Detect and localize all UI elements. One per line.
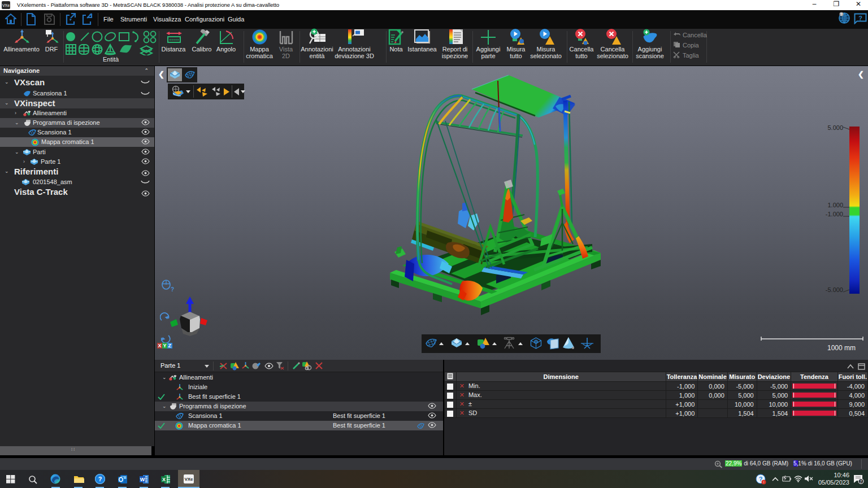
svg-text:?: ? (98, 476, 102, 482)
svg-text:?: ? (858, 15, 862, 21)
svg-text:7: 7 (860, 480, 862, 483)
svg-text:VXe: VXe (184, 477, 193, 482)
svg-text:W: W (140, 477, 145, 482)
svg-text:X: X (162, 477, 166, 482)
svg-text:?: ? (171, 286, 174, 292)
svg-text:?: ? (840, 12, 843, 16)
svg-text:VXe: VXe (2, 3, 10, 7)
